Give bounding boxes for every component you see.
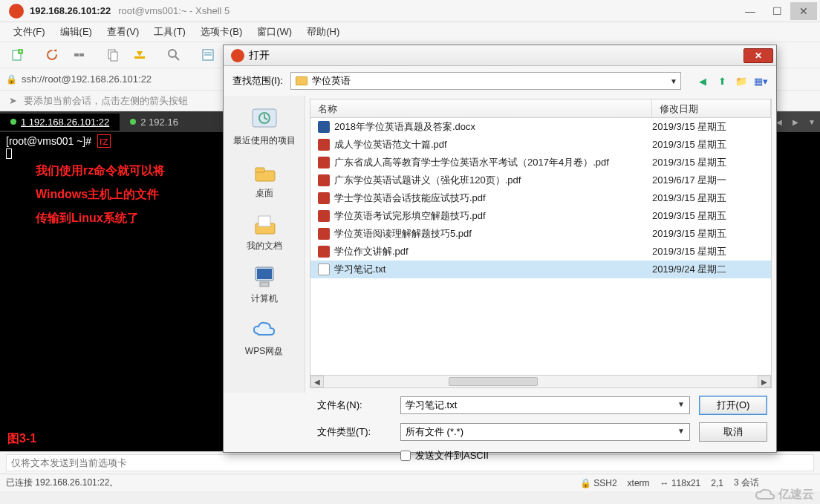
tab-scroll-right[interactable]: ▶ <box>787 111 804 132</box>
svg-rect-8 <box>111 52 117 61</box>
file-name: 广东省成人高等教育学士学位英语水平考试（2017年4月卷）.pdf <box>334 156 652 169</box>
svg-marker-4 <box>53 49 56 52</box>
filetype-combo[interactable]: 所有文件 (*.*) ▼ <box>400 423 690 441</box>
pdf-icon <box>318 157 330 168</box>
file-row[interactable]: 学士学位英语会话技能应试技巧.pdf2019/3/15 星期五 <box>310 189 771 207</box>
dialog-close-button[interactable]: ✕ <box>743 48 773 63</box>
scroll-left-icon[interactable]: ◀ <box>310 376 324 387</box>
file-date: 2019/3/15 星期五 <box>652 209 764 223</box>
filename-input[interactable]: 学习笔记.txt ▼ <box>400 396 690 414</box>
menu-tabs[interactable]: 选项卡(B) <box>196 24 247 40</box>
place-recent[interactable]: 最近使用的项目 <box>224 100 305 151</box>
title-sub: root@vms001:~ - Xshell 5 <box>118 5 230 16</box>
status-bar: 已连接 192.168.26.101:22。 🔒 SSH2 xterm ↔ 11… <box>0 474 820 491</box>
new-folder-icon[interactable]: 📁 <box>735 74 748 88</box>
docx-icon <box>318 121 330 133</box>
file-row[interactable]: 学习笔记.txt2019/9/24 星期二 <box>310 261 771 278</box>
prompt: [root@vms001 ~]# <box>6 135 91 147</box>
reconnect-button[interactable] <box>40 45 64 65</box>
ascii-label: 发送文件到ASCII <box>415 449 489 462</box>
file-date: 2019/3/15 星期五 <box>652 227 764 240</box>
maximize-button[interactable]: ☐ <box>764 2 790 20</box>
file-list[interactable]: 2018年学位英语真题及答案.docx2019/3/15 星期五成人学位英语范文… <box>310 118 772 375</box>
status-connection: 已连接 192.168.26.101:22。 <box>6 477 118 489</box>
place-computer[interactable]: 计算机 <box>224 258 305 310</box>
status-size: ↔ 118x21 <box>660 478 701 488</box>
col-date[interactable]: 修改日期 <box>652 99 771 117</box>
lookin-combo[interactable]: 学位英语 ▼ <box>290 72 681 90</box>
disconnect-button[interactable] <box>67 45 91 65</box>
file-row[interactable]: 学位英语考试完形填空解题技巧.pdf2019/3/15 星期五 <box>310 207 771 225</box>
scroll-thumb[interactable] <box>449 377 538 386</box>
status-pos: 2,1 <box>711 478 723 488</box>
menu-view[interactable]: 查看(V) <box>102 24 143 40</box>
pdf-icon <box>318 228 330 240</box>
minimize-button[interactable]: — <box>737 2 764 20</box>
places-bar: 最近使用的项目 桌面 我的文档 计算机 WPS网盘 <box>224 96 305 393</box>
cancel-button[interactable]: 取消 <box>699 422 767 442</box>
properties-button[interactable] <box>196 45 220 65</box>
hint-text: 要添加当前会话，点击左侧的箭头按钮 <box>24 94 188 108</box>
title-host: 192.168.26.101:22 <box>30 5 111 16</box>
menu-bar: 文件(F) 编辑(E) 查看(V) 工具(T) 选项卡(B) 窗口(W) 帮助(… <box>0 22 820 42</box>
search-button[interactable] <box>162 45 186 65</box>
tab-menu[interactable]: ▼ <box>804 111 820 132</box>
col-name[interactable]: 名称 <box>310 99 652 117</box>
file-name: 2018年学位英语真题及答案.docx <box>334 120 652 134</box>
menu-edit[interactable]: 编辑(E) <box>56 24 97 40</box>
open-dialog: 打开 ✕ 查找范围(I): 学位英语 ▼ ◀ ⬆ 📁 ▦▾ 最近使用的项目 桌面 <box>223 45 777 453</box>
pdf-icon <box>318 192 330 204</box>
file-row[interactable]: 学位英语阅读理解解题技巧5.pdf2019/3/15 星期五 <box>310 225 771 243</box>
status-term: xterm <box>628 478 650 488</box>
paste-button[interactable] <box>128 45 152 65</box>
dialog-title: 打开 <box>249 49 743 62</box>
menu-file[interactable]: 文件(F) <box>9 24 50 40</box>
new-session-button[interactable]: + <box>6 45 30 65</box>
address-url[interactable]: ssh://root@192.168.26.101:22 <box>22 73 152 85</box>
add-session-arrow-icon[interactable]: ➤ <box>6 94 19 108</box>
file-date: 2019/9/24 星期二 <box>652 263 764 276</box>
file-row[interactable]: 成人学位英语范文十篇.pdf2019/3/15 星期五 <box>310 136 771 154</box>
folder-icon <box>296 76 308 85</box>
open-button[interactable]: 打开(O) <box>699 396 767 415</box>
menu-window[interactable]: 窗口(W) <box>253 24 296 40</box>
annotation-line3: 传输到Linux系统了 <box>36 206 165 230</box>
svg-text:+: + <box>19 49 22 54</box>
place-desktop[interactable]: 桌面 <box>224 153 305 204</box>
up-icon[interactable]: ⬆ <box>715 74 729 88</box>
file-name: 学位作文讲解.pdf <box>334 245 652 258</box>
tab-1[interactable]: 1 192.168.26.101:22 <box>0 114 120 131</box>
window-titlebar: 192.168.26.101:22 root@vms001:~ - Xshell… <box>0 0 820 22</box>
figure-label: 图3-1 <box>7 431 36 447</box>
file-row[interactable]: 广东省成人高等教育学士学位英语水平考试（2017年4月卷）.pdf2019/3/… <box>310 154 771 171</box>
scroll-right-icon[interactable]: ▶ <box>758 376 771 387</box>
copy-button[interactable] <box>101 45 125 65</box>
svg-rect-6 <box>79 53 84 56</box>
menu-tools[interactable]: 工具(T) <box>149 24 190 40</box>
txt-icon <box>318 264 330 275</box>
view-icon[interactable]: ▦▾ <box>754 74 767 88</box>
file-date: 2019/3/15 星期五 <box>652 138 764 151</box>
lock-icon: 🔒 <box>6 74 17 85</box>
h-scrollbar[interactable]: ◀ ▶ <box>310 375 772 388</box>
status-dot-icon <box>10 119 16 125</box>
file-row[interactable]: 2018年学位英语真题及答案.docx2019/3/15 星期五 <box>310 118 771 136</box>
svg-rect-5 <box>74 53 79 56</box>
ascii-checkbox[interactable] <box>400 451 411 461</box>
close-button[interactable]: ✕ <box>790 2 817 20</box>
place-wps[interactable]: WPS网盘 <box>224 311 305 362</box>
tab-label: 2 192.16 <box>140 117 178 128</box>
filename-label: 文件名(N): <box>317 399 391 412</box>
file-row[interactable]: 学位作文讲解.pdf2019/3/15 星期五 <box>310 243 771 261</box>
svg-marker-10 <box>137 51 143 56</box>
place-documents[interactable]: 我的文档 <box>224 206 305 257</box>
file-date: 2019/3/15 星期五 <box>652 245 764 258</box>
file-row[interactable]: 广东学位英语试题讲义（强化班120页）.pdf2019/6/17 星期一 <box>310 171 771 189</box>
back-icon[interactable]: ◀ <box>696 74 709 88</box>
svg-rect-37 <box>260 282 269 287</box>
lookin-label: 查找范围(I): <box>232 74 283 88</box>
menu-help[interactable]: 帮助(H) <box>302 24 344 40</box>
tab-2[interactable]: 2 192.16 <box>120 114 189 131</box>
file-date: 2019/3/15 星期五 <box>652 120 764 134</box>
status-dot-icon <box>130 119 136 125</box>
